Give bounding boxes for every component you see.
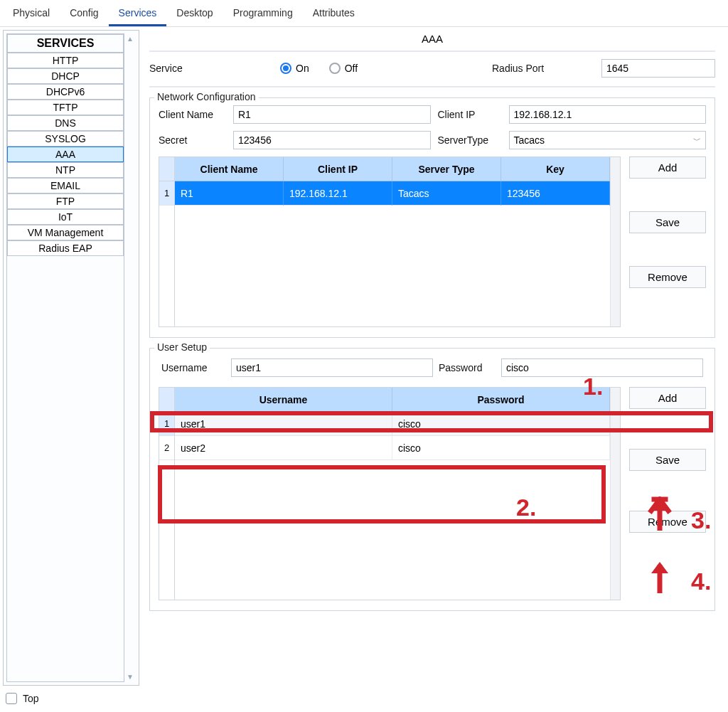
td-pass: cisco [392, 412, 610, 436]
sidebar-item-ftp[interactable]: FTP [7, 193, 124, 209]
row-header[interactable]: 2 [159, 436, 174, 460]
net-save-button[interactable]: Save [629, 211, 706, 233]
username-label: Username [161, 362, 225, 373]
tab-programming[interactable]: Programming [223, 3, 303, 26]
td-type: Tacacs [392, 181, 501, 206]
table-scrollbar[interactable] [610, 388, 620, 600]
row-header-blank [159, 388, 174, 412]
user-add-button[interactable]: Add [629, 387, 706, 409]
table-row[interactable]: user1 cisco [175, 412, 610, 436]
top-tabs: Physical Config Services Desktop Program… [0, 0, 728, 26]
service-off-radio[interactable]: Off [329, 63, 358, 74]
sidebar-item-dhcpv6[interactable]: DHCPv6 [7, 84, 124, 100]
user-save-button[interactable]: Save [629, 449, 706, 471]
table-row[interactable]: user2 cisco [175, 436, 610, 460]
tab-physical[interactable]: Physical [3, 3, 60, 26]
table-row[interactable]: R1 192.168.12.1 Tacacs 123456 [175, 181, 610, 206]
sidebar-item-email[interactable]: EMAIL [7, 178, 124, 193]
network-clients-table: 1 Client Name Client IP Server Type Key … [159, 156, 621, 327]
th-password[interactable]: Password [392, 388, 610, 411]
on-label: On [296, 63, 309, 74]
sidebar-item-syslog[interactable]: SYSLOG [7, 131, 124, 147]
client-name-label: Client Name [159, 109, 226, 120]
tab-config[interactable]: Config [60, 3, 108, 26]
th-server-type[interactable]: Server Type [392, 157, 501, 181]
th-client-name[interactable]: Client Name [175, 157, 284, 181]
radius-port-input[interactable]: 1645 [601, 59, 715, 78]
radio-inner-icon [283, 65, 289, 71]
net-add-button[interactable]: Add [629, 156, 706, 179]
top-label: Top [23, 693, 39, 704]
td-ip: 192.168.12.1 [284, 181, 392, 206]
th-username[interactable]: Username [175, 388, 392, 411]
bottom-bar: Top [0, 689, 728, 708]
scroll-down-icon: ▼ [127, 673, 134, 681]
row-header-blank [159, 157, 174, 181]
scroll-up-icon: ▲ [127, 35, 134, 43]
sidebar-item-vm-management[interactable]: VM Management [7, 225, 124, 240]
radio-outer-icon [280, 63, 291, 74]
sidebar-item-aaa[interactable]: AAA [7, 147, 124, 162]
sidebar-scrollbar[interactable]: ▲ ▼ [124, 33, 136, 682]
th-key[interactable]: Key [501, 157, 610, 181]
sidebar-title: SERVICES [7, 34, 124, 53]
sidebar-item-ntp[interactable]: NTP [7, 162, 124, 178]
table-scrollbar[interactable] [610, 157, 620, 326]
username-input[interactable]: user1 [231, 358, 433, 377]
net-remove-button[interactable]: Remove [629, 266, 706, 288]
content-area: AAA Service On Off Radius Port 1645 Netw… [142, 27, 728, 689]
title-divider [149, 51, 715, 52]
client-name-input[interactable]: R1 [233, 105, 431, 124]
off-label: Off [345, 63, 358, 74]
tab-desktop[interactable]: Desktop [166, 3, 223, 26]
password-input[interactable]: cisco [501, 358, 703, 377]
server-type-select[interactable]: Tacacs ﹀ [509, 131, 707, 149]
sidebar-item-radius-eap[interactable]: Radius EAP [7, 240, 124, 256]
server-type-label: ServerType [438, 134, 502, 146]
sidebar-item-tftp[interactable]: TFTP [7, 100, 124, 115]
network-config-legend: Network Configuration [154, 91, 259, 102]
service-divider [149, 86, 715, 87]
td-user: user1 [175, 412, 392, 436]
radio-outer-icon [329, 63, 341, 74]
network-config-fieldset: Network Configuration Client Name R1 Cli… [149, 97, 715, 338]
sidebar-item-iot[interactable]: IoT [7, 209, 124, 225]
service-label: Service [149, 63, 270, 74]
tab-attributes[interactable]: Attributes [303, 3, 365, 26]
user-setup-legend: User Setup [154, 341, 210, 353]
radius-port-label: Radius Port [492, 63, 592, 74]
td-pass: cisco [392, 436, 610, 460]
user-remove-button[interactable]: Remove [629, 511, 706, 533]
secret-label: Secret [159, 134, 226, 146]
td-client: R1 [175, 181, 284, 206]
row-header[interactable]: 1 [159, 181, 174, 206]
chevron-down-icon: ﹀ [693, 135, 701, 146]
user-table: 1 2 Username Password user1 cisco [159, 387, 621, 600]
page-title: AAA [149, 33, 715, 45]
top-checkbox[interactable] [6, 693, 17, 704]
th-client-ip[interactable]: Client IP [284, 157, 392, 181]
sidebar-item-dhcp[interactable]: DHCP [7, 68, 124, 84]
password-label: Password [439, 362, 496, 373]
td-user: user2 [175, 436, 392, 460]
client-ip-label: Client IP [438, 109, 502, 120]
sidebar-item-http[interactable]: HTTP [7, 53, 124, 68]
services-sidebar: SERVICES HTTP DHCP DHCPv6 TFTP DNS SYSLO… [3, 30, 139, 686]
client-ip-input[interactable]: 192.168.12.1 [509, 105, 707, 124]
secret-input[interactable]: 123456 [233, 131, 431, 149]
row-header[interactable]: 1 [159, 412, 174, 436]
sidebar-item-dns[interactable]: DNS [7, 115, 124, 131]
service-on-radio[interactable]: On [280, 63, 309, 74]
tab-services[interactable]: Services [109, 3, 167, 26]
td-key: 123456 [501, 181, 610, 206]
user-setup-fieldset: User Setup Username user1 Password cisco… [149, 348, 715, 611]
server-type-value: Tacacs [514, 134, 545, 146]
